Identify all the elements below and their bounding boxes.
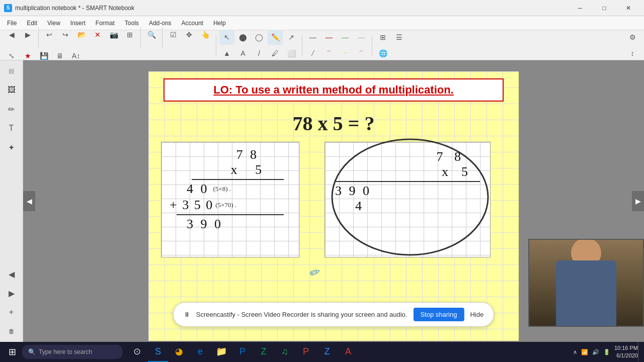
tray-volume[interactable]: 🔊 xyxy=(592,349,599,355)
app-icon: S xyxy=(4,4,12,12)
hide-notification-button[interactable]: Hide xyxy=(470,311,484,318)
system-clock[interactable]: 10:16 PM 6/1/2020 xyxy=(614,344,638,360)
grid-btn[interactable]: ⊞ xyxy=(375,30,390,45)
redo-button[interactable]: ↪ xyxy=(58,27,73,42)
close-button[interactable]: ✕ xyxy=(617,0,640,16)
next-page-button[interactable]: ▶ xyxy=(632,191,644,211)
line-style-8[interactable]: ⌒ xyxy=(354,46,369,61)
undo-button[interactable]: ↩ xyxy=(42,27,57,42)
rm-row2: x 5 xyxy=(325,164,490,179)
forward-button[interactable]: ▶ xyxy=(20,27,35,42)
slide: LO: To use a written method of multiplic… xyxy=(147,70,520,342)
taskbar-edge[interactable]: e xyxy=(190,342,210,362)
taskbar-powerpoint[interactable]: P xyxy=(296,342,316,362)
settings-button[interactable]: ⚙ xyxy=(625,30,640,45)
webcam-overlay: ✤ xyxy=(528,239,644,327)
screenshot-button[interactable]: 📷 xyxy=(106,27,121,42)
arrow-tool[interactable]: ↗ xyxy=(284,30,299,45)
notification-bar: ⏸ Screencastify - Screen Video Recorder … xyxy=(173,302,494,327)
zoom-button[interactable]: 🔍 xyxy=(144,27,159,42)
next-slide-btn[interactable]: ▶ xyxy=(3,285,20,302)
taskbar-smart[interactable]: S xyxy=(148,342,168,362)
taskbar-acrobat[interactable]: A xyxy=(338,342,358,362)
text-sidebar-btn[interactable]: T xyxy=(3,120,20,137)
minimize-button[interactable]: ─ xyxy=(569,0,592,16)
lm-row5: 3 9 0 xyxy=(162,217,299,232)
rm-row3: 3 9 0 xyxy=(325,184,490,199)
title-bar: S multiplication notebook * - SMART Note… xyxy=(0,0,644,16)
delete-slide-btn[interactable]: 🗑 xyxy=(3,323,20,340)
maximize-button[interactable]: □ xyxy=(593,0,616,16)
rm-row4: 4 xyxy=(325,199,490,214)
prev-slide-btn[interactable]: ◀ xyxy=(3,265,20,283)
taskbar-publisher[interactable]: P xyxy=(232,342,253,362)
start-button[interactable]: ⊞ xyxy=(2,342,22,362)
taskbar-spotify[interactable]: ♫ xyxy=(275,342,295,362)
taskbar-chrome[interactable]: ◕ xyxy=(169,342,189,362)
line-style-4[interactable]: — xyxy=(354,30,369,45)
window-controls: ─ □ ✕ xyxy=(569,0,640,16)
globe-btn[interactable]: 🌐 xyxy=(375,46,390,61)
circle-tool[interactable]: ◯ xyxy=(252,30,267,45)
lm-row3: 4 0 (5×8) . xyxy=(162,182,299,197)
right-math-content: 7 8 x 5 3 9 0 4 xyxy=(325,149,490,214)
search-box[interactable]: 🔍 Type here to search xyxy=(22,345,123,359)
clock-date: 6/1/2020 xyxy=(614,352,638,359)
tray-chevron[interactable]: ∧ xyxy=(573,349,577,355)
right-calculation-grid: 7 8 x 5 3 9 0 4 xyxy=(325,142,491,257)
delete-button[interactable]: ✕ xyxy=(90,27,105,42)
table-button[interactable]: ⊞ xyxy=(122,27,137,42)
notification-icon: ⏸ xyxy=(184,311,190,318)
system-tray: ∧ 📶 🔊 🔋 xyxy=(569,349,614,355)
line-style-2[interactable]: — xyxy=(321,30,337,45)
checklist-button[interactable]: ☑ xyxy=(166,27,181,42)
clock-time: 10:16 PM xyxy=(614,344,638,352)
line-tool[interactable]: / xyxy=(252,46,267,61)
lo-text: LO: To use a written method of multiplic… xyxy=(213,83,453,96)
draw-btn[interactable]: ✏ xyxy=(3,101,20,118)
gallery-btn[interactable]: 🖼 xyxy=(3,81,20,99)
move-button[interactable]: ✥ xyxy=(182,27,197,42)
tray-network[interactable]: 📶 xyxy=(581,349,588,355)
pen-tool[interactable]: ✏️ xyxy=(268,30,283,45)
gesture-button[interactable]: 👆 xyxy=(198,27,213,42)
pages-btn[interactable]: ▤ xyxy=(3,62,20,79)
shape-sidebar-btn[interactable]: ✦ xyxy=(3,139,20,156)
line-style-5[interactable]: ╱ xyxy=(305,46,320,61)
question-text: 78 x 5 = ? xyxy=(148,112,519,135)
add-slide-btn[interactable]: + xyxy=(3,304,20,321)
left-math-content: 7 8 x 5 4 0 (5×8) . + 3 5 0 (5×70) . 3 9 xyxy=(162,147,299,232)
lm-sep1 xyxy=(192,179,284,180)
resize-button[interactable]: ↕ xyxy=(625,46,640,61)
select-tool[interactable]: ↖ xyxy=(219,30,234,45)
line-style-7[interactable]: ╌ xyxy=(338,46,353,61)
taskbar: ⊞ 🔍 Type here to search ⊙ S ◕ e 📁 P Z ♫ … xyxy=(0,342,644,362)
open-button[interactable]: 📂 xyxy=(74,27,89,42)
eraser-tool[interactable]: ⬜ xyxy=(284,46,299,61)
taskbar-folder[interactable]: 📁 xyxy=(211,342,231,362)
pointer-tool[interactable]: ▲ xyxy=(219,46,234,61)
highlight-tool[interactable]: 🖊 xyxy=(268,46,283,61)
main-area: ▤ 🖼 ✏ T ✦ ◀ ▶ + 🗑 LO: To use a written m… xyxy=(0,60,644,342)
prev-page-button[interactable]: ◀ xyxy=(23,191,35,211)
shape-tool[interactable]: ⬤ xyxy=(235,30,251,45)
taskbar-zoom[interactable]: Z xyxy=(317,342,337,362)
bullet-btn[interactable]: ☰ xyxy=(391,30,407,45)
taskbar-apps: ⊙ S ◕ e 📁 P Z ♫ P Z A xyxy=(127,342,569,362)
text-tool[interactable]: A xyxy=(235,46,251,61)
toolbar: ◀ ▶ ↩ ↪ 📂 ✕ 📷 ⊞ 🔍 ☑ ✥ 👆 ⤡ ★ 💾 🖥 A↕ ↖ xyxy=(0,30,644,60)
taskbar-app2[interactable]: Z xyxy=(254,342,274,362)
slide-content-area: LO: To use a written method of multiplic… xyxy=(23,60,644,342)
line-style-6[interactable]: ⌒ xyxy=(321,46,337,61)
line-style-1[interactable]: — xyxy=(305,30,320,45)
show-desktop-button[interactable] xyxy=(638,342,642,362)
line-style-3[interactable]: — xyxy=(338,30,353,45)
back-button[interactable]: ◀ xyxy=(4,27,19,42)
stop-sharing-button[interactable]: Stop sharing xyxy=(413,308,464,321)
left-calculation-grid: 7 8 x 5 4 0 (5×8) . + 3 5 0 (5×70) . 3 9 xyxy=(161,142,299,257)
lm-row1: 7 8 xyxy=(162,147,299,162)
notification-text: Screencastify - Screen Video Recorder is… xyxy=(196,311,408,318)
person-body xyxy=(556,260,616,326)
lo-box: LO: To use a written method of multiplic… xyxy=(164,78,504,102)
taskbar-cortana[interactable]: ⊙ xyxy=(127,342,147,362)
